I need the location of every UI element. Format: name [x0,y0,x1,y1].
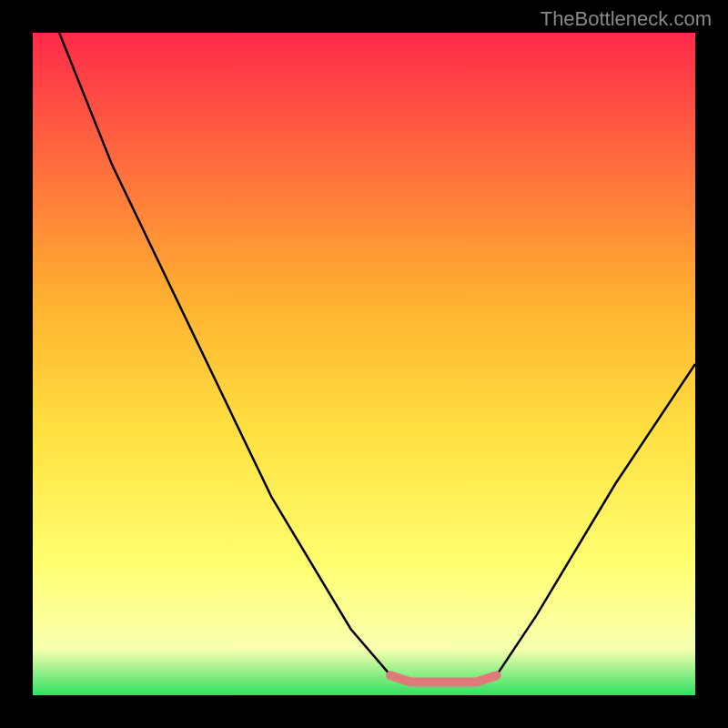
curve-overlay [33,33,695,695]
bottleneck-curve-line [59,33,695,682]
highlight-range-line [390,675,496,682]
chart-container [33,33,695,695]
watermark-text: TheBottleneck.com [541,7,712,31]
